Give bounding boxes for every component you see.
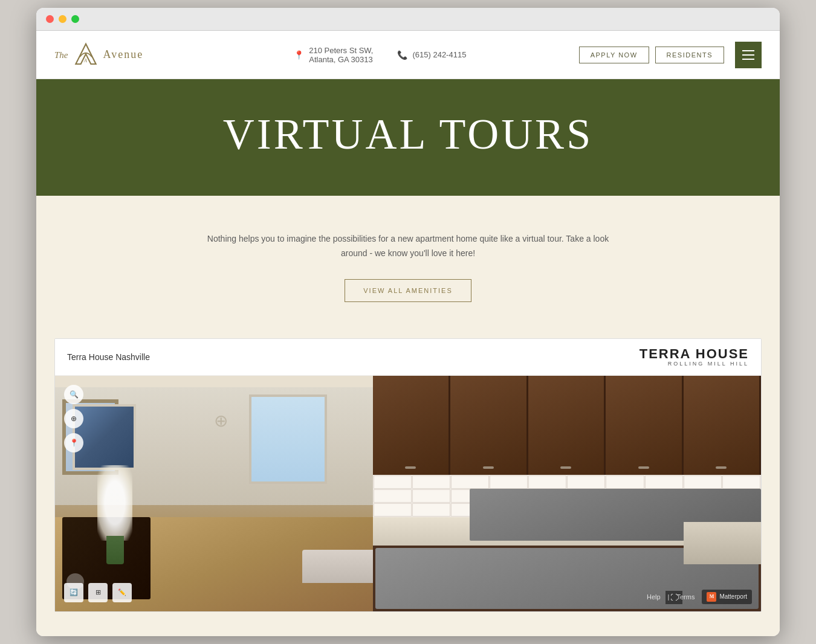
rotate-control-button[interactable]: 🔄 bbox=[64, 583, 83, 602]
tile bbox=[374, 489, 412, 503]
header-contact: 📍 210 Peters St SW, Atlanta, GA 30313 📞 … bbox=[181, 46, 579, 64]
content-description: Nothing helps you to imagine the possibi… bbox=[196, 232, 620, 261]
tour-label: Terra House Nashville bbox=[67, 352, 150, 362]
cabinet-section-4 bbox=[606, 376, 683, 475]
browser-maximize-dot[interactable] bbox=[71, 15, 79, 23]
phone-contact: 📞 (615) 242-4115 bbox=[397, 50, 466, 60]
address-contact: 📍 210 Peters St SW, Atlanta, GA 30313 bbox=[294, 46, 373, 64]
apply-now-button[interactable]: APPLY NOW bbox=[579, 47, 649, 63]
site-header: The A Avenue 📍 210 Peters St SW, Atlanta… bbox=[36, 31, 780, 79]
matterport-badge: M Matterport bbox=[702, 590, 752, 604]
matterport-logo-icon: M bbox=[707, 592, 716, 602]
cabinet-handle-3 bbox=[560, 466, 571, 469]
page-title: VIRTUAL TOURS bbox=[54, 109, 762, 159]
matterport-text: Matterport bbox=[719, 593, 747, 600]
cabinet-handle-2 bbox=[483, 466, 494, 469]
cabinet-handle-1 bbox=[405, 466, 416, 469]
browser-close-dot[interactable] bbox=[46, 15, 54, 23]
address-line1: 210 Peters St SW, bbox=[309, 46, 373, 55]
tour-bottom-controls: 🔄 ⊞ ✏️ bbox=[64, 583, 132, 602]
search-control-button[interactable]: 🔍 bbox=[64, 385, 83, 404]
vase-body bbox=[106, 536, 124, 564]
white-flowers bbox=[97, 465, 132, 541]
cabinet-handle-5 bbox=[716, 466, 727, 469]
help-link[interactable]: Help bbox=[647, 593, 661, 601]
sink-area bbox=[684, 522, 761, 564]
flowers-vase bbox=[97, 470, 132, 564]
residents-button[interactable]: RESIDENTS bbox=[655, 47, 724, 63]
tour-section: Terra House Nashville TERRA HOUSE ROLLIN… bbox=[36, 338, 780, 636]
svg-text:A: A bbox=[83, 57, 87, 63]
header-actions: APPLY NOW RESIDENTS bbox=[579, 42, 762, 68]
tile bbox=[412, 475, 450, 489]
cabinet-section-1 bbox=[373, 376, 450, 475]
panorama-scene: ⊕ bbox=[55, 376, 761, 611]
tile bbox=[412, 503, 450, 517]
living-scene: ⊕ bbox=[55, 376, 408, 611]
address-line2: Atlanta, GA 30313 bbox=[309, 55, 373, 64]
cabinet-handle-4 bbox=[638, 466, 649, 469]
tour-footer: Help | Terms M Matterport bbox=[647, 590, 752, 604]
logo-avenue: Avenue bbox=[103, 48, 144, 62]
sofa bbox=[302, 550, 380, 583]
cabinet-section-3 bbox=[528, 376, 606, 475]
content-section: Nothing helps you to imagine the possibi… bbox=[36, 196, 780, 338]
terms-link[interactable]: Terms bbox=[676, 593, 695, 601]
browser-minimize-dot[interactable] bbox=[59, 15, 66, 23]
terra-house-sub: ROLLING MILL HILL bbox=[640, 361, 749, 367]
kitchen-upper-cabinets bbox=[373, 376, 761, 475]
hero-section: VIRTUAL TOURS bbox=[36, 79, 780, 196]
living-window bbox=[249, 394, 326, 484]
tile bbox=[374, 475, 412, 489]
terra-house-name: TERRA HOUSE bbox=[640, 347, 749, 361]
tile bbox=[645, 475, 683, 489]
hamburger-menu-button[interactable] bbox=[735, 42, 762, 68]
measure-control-button[interactable]: ✏️ bbox=[112, 583, 132, 602]
tile bbox=[722, 475, 760, 489]
view-all-amenities-button[interactable]: VIEW ALL AMENITIES bbox=[345, 279, 471, 302]
logo-the: The bbox=[54, 50, 68, 60]
footer-separator: | bbox=[668, 593, 670, 601]
logo-a-icon: A bbox=[71, 40, 101, 70]
tile bbox=[567, 475, 605, 489]
room-ceiling bbox=[55, 376, 408, 388]
phone-number: (615) 242-4115 bbox=[412, 50, 466, 59]
tour-header: Terra House Nashville TERRA HOUSE ROLLIN… bbox=[55, 339, 761, 376]
browser-chrome bbox=[36, 8, 780, 31]
floorplan-control-button[interactable]: ⊞ bbox=[88, 583, 108, 602]
phone-icon: 📞 bbox=[397, 50, 407, 60]
tile bbox=[684, 475, 722, 489]
terra-house-logo: TERRA HOUSE ROLLING MILL HILL bbox=[640, 347, 749, 367]
logo-area: The A Avenue bbox=[54, 40, 181, 70]
browser-window: The A Avenue 📍 210 Peters St SW, Atlanta… bbox=[36, 8, 780, 636]
cabinet-section-5 bbox=[684, 376, 761, 475]
compass-control-button[interactable]: ⊕ bbox=[64, 409, 83, 428]
cabinet-section-2 bbox=[450, 376, 528, 475]
tour-controls: 🔍 ⊕ 📍 bbox=[64, 385, 83, 452]
hamburger-line-2 bbox=[742, 54, 754, 56]
location-control-button[interactable]: 📍 bbox=[64, 433, 83, 452]
hamburger-line-3 bbox=[742, 59, 754, 60]
tile bbox=[451, 475, 489, 489]
tour-viewer[interactable]: ⊕ bbox=[55, 376, 761, 611]
tile bbox=[412, 489, 450, 503]
ceiling-fan-icon: ⊕ bbox=[214, 411, 228, 431]
tile bbox=[490, 475, 528, 489]
kitchen-scene bbox=[373, 376, 761, 611]
location-icon: 📍 bbox=[294, 50, 304, 60]
tile bbox=[374, 503, 412, 517]
tour-container: Terra House Nashville TERRA HOUSE ROLLIN… bbox=[54, 338, 762, 612]
hamburger-line-1 bbox=[742, 50, 754, 51]
tile bbox=[528, 475, 566, 489]
tile bbox=[606, 475, 644, 489]
